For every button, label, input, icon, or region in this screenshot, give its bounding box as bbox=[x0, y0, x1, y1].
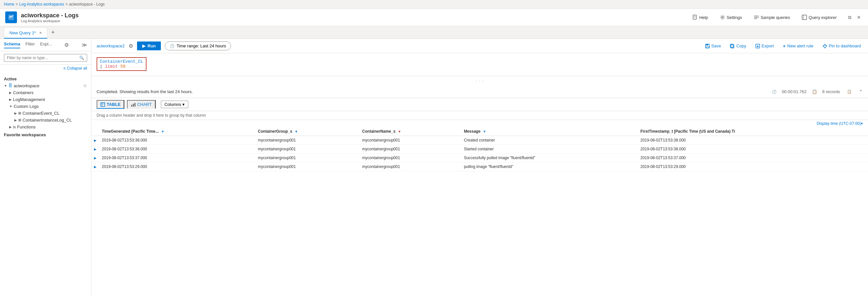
sidebar-item-containerevent[interactable]: ▶ ⊞ ContainerEvent_CL bbox=[0, 110, 91, 117]
close-button[interactable]: ✕ bbox=[855, 13, 863, 21]
help-button[interactable]: Help bbox=[690, 13, 711, 21]
cell-containergroup: mycontainergroup001 bbox=[255, 136, 359, 145]
query-explorer-button[interactable]: Query explorer bbox=[799, 13, 839, 21]
drag-handle[interactable]: · · · bbox=[91, 76, 868, 86]
expand-icon: ▶ bbox=[14, 118, 17, 122]
collapse-results-button[interactable]: ⌃ bbox=[859, 89, 863, 94]
filter-icon[interactable]: ▼ bbox=[161, 130, 164, 133]
sidebar-item-label: Custom Logs bbox=[14, 104, 39, 109]
sidebar-item-functions[interactable]: ▶ fx Functions bbox=[0, 124, 91, 130]
code-editor[interactable]: ContainerEvent_CL | limit 50 bbox=[91, 53, 868, 76]
results-tabs: TABLE CHART Columns ▾ bbox=[91, 98, 868, 111]
sidebar-item-label: Containers bbox=[13, 90, 34, 95]
display-time-selector[interactable]: Display time (UTC-07:00) ▾ bbox=[91, 120, 868, 127]
settings-icon bbox=[720, 15, 725, 20]
app-subtitle: Log Analytics workspace bbox=[21, 19, 79, 23]
workspace-label[interactable]: aciworkspace2 bbox=[97, 44, 125, 48]
sidebar-item-containers[interactable]: ▶ Containers bbox=[0, 89, 91, 96]
tab-new-query[interactable]: New Query 1* ✕ bbox=[4, 27, 47, 38]
cell-firsttimestamp: 2019-08-02T13:53:37.000 bbox=[638, 154, 868, 162]
breadcrumb-home[interactable]: Home bbox=[4, 2, 14, 6]
book-icon bbox=[692, 15, 698, 20]
col-message[interactable]: Message ▼ bbox=[461, 127, 638, 136]
add-tab-button[interactable]: + bbox=[49, 28, 57, 37]
tab-close-icon[interactable]: ✕ bbox=[39, 31, 42, 35]
filter-input[interactable] bbox=[7, 56, 78, 60]
expand-icon: ▶ bbox=[14, 111, 17, 115]
copy-button[interactable]: Copy bbox=[728, 42, 748, 50]
run-button[interactable]: ▶ Run bbox=[137, 42, 161, 50]
filter-icon[interactable]: ▼ bbox=[398, 130, 401, 133]
svg-rect-12 bbox=[802, 15, 807, 20]
sidebar-item-customlogs[interactable]: ▼ Custom Logs bbox=[0, 103, 91, 110]
svg-rect-20 bbox=[101, 103, 105, 107]
new-alert-rule-button[interactable]: + New alert rule bbox=[781, 42, 815, 50]
svg-rect-25 bbox=[134, 103, 135, 107]
expand-icon: ▼ bbox=[9, 105, 12, 108]
row-expand[interactable]: ▶ bbox=[91, 145, 99, 154]
sidebar-settings-button[interactable]: ⚙ bbox=[64, 42, 69, 48]
svg-point-4 bbox=[12, 16, 13, 16]
sidebar-tab-schema[interactable]: Schema bbox=[4, 42, 20, 48]
tab-table[interactable]: TABLE bbox=[97, 100, 124, 109]
time-range-button[interactable]: 🕐 Time range: Last 24 hours bbox=[165, 42, 231, 50]
export-button[interactable]: Export bbox=[753, 42, 776, 50]
code-keyword: limit bbox=[105, 64, 118, 69]
workspace-icon: 🗄 bbox=[8, 83, 12, 88]
drag-dots: · · · bbox=[475, 78, 484, 84]
svg-rect-24 bbox=[133, 104, 134, 107]
filter-icon[interactable]: ▼ bbox=[294, 130, 298, 133]
sidebar-item-label: aciworkspace bbox=[14, 83, 39, 88]
sidebar-tab-expl[interactable]: Expl... bbox=[40, 42, 52, 48]
sidebar-item-label: ContainerInstanceLog_CL bbox=[23, 118, 72, 122]
sidebar-item-logmanagement[interactable]: ▶ LogManagement bbox=[0, 96, 91, 103]
app-icon bbox=[5, 11, 17, 23]
results-records: 8 records bbox=[822, 89, 840, 94]
app-title: aciworkspace - Logs bbox=[21, 12, 79, 19]
favorite-button[interactable]: ☆ bbox=[83, 83, 87, 88]
sidebar-item-containerinstancelog[interactable]: ▶ ⊞ ContainerInstanceLog_CL bbox=[0, 117, 91, 124]
log-analytics-icon bbox=[7, 14, 15, 21]
clock-icon: 🕐 bbox=[170, 44, 175, 48]
collapse-all-button[interactable]: ≡ Collapse all bbox=[63, 66, 87, 71]
duration-icon: 🕐 bbox=[772, 89, 777, 94]
chart-icon bbox=[131, 102, 135, 107]
sidebar-item-label: LogManagement bbox=[13, 97, 45, 102]
col-timegenerated[interactable]: TimeGenerated [Pacific Time... ▼ bbox=[99, 127, 255, 136]
cell-timegenerated: 2019-08-02T13:53:38.000 bbox=[99, 136, 255, 145]
sidebar-collapse-icon[interactable]: ≫ bbox=[82, 42, 87, 48]
cell-message: pulling image "fluent/fluentd" bbox=[461, 162, 638, 171]
restore-button[interactable]: ⧉ bbox=[846, 13, 854, 21]
query-area: aciworkspace2 ⚙ ▶ Run 🕐 Time range: Last… bbox=[91, 39, 868, 296]
row-expand[interactable]: ▶ bbox=[91, 136, 99, 145]
sidebar-tab-filter[interactable]: Filter bbox=[26, 42, 35, 48]
sidebar-item-label: ContainerEvent_CL bbox=[23, 111, 59, 116]
col-firsttimestamp[interactable]: FirstTimestamp_t [Pacific Time (US and C… bbox=[638, 127, 868, 136]
svg-rect-16 bbox=[706, 47, 709, 48]
filter-icon[interactable]: ▼ bbox=[483, 130, 486, 133]
table-icon: ⊞ bbox=[18, 111, 21, 115]
row-expand[interactable]: ▶ bbox=[91, 154, 99, 162]
breadcrumb-workspace[interactable]: Log Analytics workspaces bbox=[19, 2, 64, 6]
toolbar-settings-button[interactable]: ⚙ bbox=[129, 43, 133, 49]
col-containername[interactable]: ContainerName_s ▼ bbox=[360, 127, 461, 136]
drag-hint: Drag a column header and drop it here to… bbox=[91, 111, 868, 120]
settings-button[interactable]: Settings bbox=[717, 13, 745, 21]
sample-queries-button[interactable]: Sample queries bbox=[751, 13, 793, 21]
tab-chart[interactable]: CHART bbox=[127, 100, 156, 109]
columns-button[interactable]: Columns ▾ bbox=[161, 101, 188, 108]
row-expand[interactable]: ▶ bbox=[91, 162, 99, 171]
cell-containername: mycontainergroup001 bbox=[360, 154, 461, 162]
col-containergroup[interactable]: ContainerGroup_s ▼ bbox=[255, 127, 359, 136]
expand-icon: ▶ bbox=[9, 125, 12, 129]
table-icon bbox=[100, 102, 105, 107]
copy-results-button[interactable]: 📋 bbox=[845, 88, 854, 95]
results-area: Completed. Showing results from the last… bbox=[91, 86, 868, 296]
sidebar-item-aciworkspace[interactable]: ▼ 🗄 aciworkspace ☆ bbox=[0, 82, 91, 89]
pin-to-dashboard-button[interactable]: Pin to dashboard bbox=[821, 42, 863, 50]
save-button[interactable]: Save bbox=[703, 42, 723, 50]
data-table: TimeGenerated [Pacific Time... ▼ Contain… bbox=[91, 127, 868, 296]
svg-point-3 bbox=[11, 17, 12, 18]
cell-containergroup: mycontainergroup001 bbox=[255, 162, 359, 171]
save-icon bbox=[705, 44, 710, 48]
